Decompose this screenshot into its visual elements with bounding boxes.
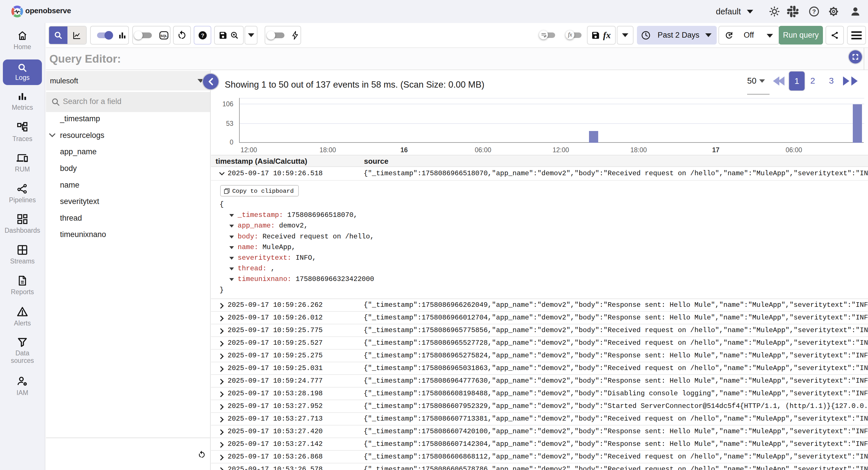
svg-text:?: ? xyxy=(201,32,204,38)
svg-text:?: ? xyxy=(812,8,816,14)
svg-text:SQL: SQL xyxy=(160,34,167,37)
